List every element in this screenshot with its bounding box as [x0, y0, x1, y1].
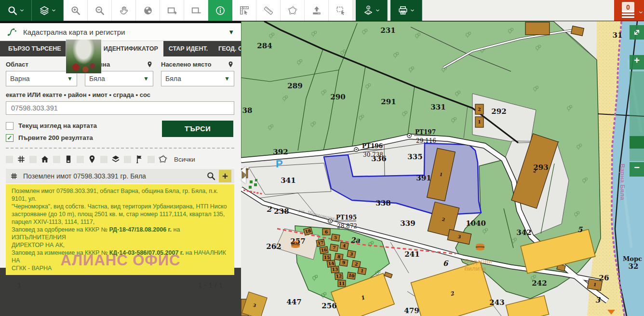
- building: 7: [330, 244, 338, 252]
- home-icon: [40, 154, 50, 164]
- tab-0[interactable]: БЪРЗО ТЪРСЕНЕ: [3, 41, 67, 56]
- parcel-label: 2: [267, 205, 272, 214]
- property-photo-thumbnail: [66, 40, 101, 73]
- svg-text:28.872: 28.872: [337, 223, 357, 230]
- parcel-label: 26: [599, 274, 609, 282]
- parcel-label: 291: [381, 97, 396, 106]
- search-tabs: БЪРЗО ТЪРСЕНЕАДРЕСИДЕНТИФИКАТОРСТАР ИДЕН…: [0, 41, 241, 56]
- full-extent-button[interactable]: [630, 25, 644, 40]
- type-checkbox-grid[interactable]: [6, 156, 13, 163]
- result-detail-text: Поземлен имот 07598.303.391, област Варн…: [6, 184, 234, 275]
- svg-text:РТ197: РТ197: [415, 129, 436, 136]
- toolbar-measure-area-button[interactable]: [232, 0, 256, 21]
- chevron-down-icon: ▼: [228, 28, 234, 36]
- naseleno-label: Населено място: [161, 61, 211, 68]
- svg-text:12: 12: [335, 274, 342, 279]
- map-area[interactable]: P 1232211865177416315892141311012111123 …: [241, 21, 644, 316]
- toolbar-measure-ruler-button[interactable]: [256, 0, 281, 21]
- parcel-label: 289: [287, 82, 302, 90]
- first200-checkbox[interactable]: [6, 134, 13, 142]
- ekatte-input[interactable]: [6, 101, 234, 115]
- parcel-label: 2а: [350, 236, 360, 245]
- add-to-selection-button[interactable]: [219, 170, 231, 182]
- sidebar-collapse-arrow[interactable]: [241, 166, 246, 174]
- type-checkbox-layers-solid[interactable]: [100, 156, 107, 163]
- chev-icon: [375, 8, 380, 13]
- parcel-label: 341: [281, 176, 295, 185]
- layers-solid-icon: [111, 154, 121, 164]
- tab-2[interactable]: ИДЕНТИФИКАТОР: [98, 41, 163, 56]
- parcel-label: 241: [404, 250, 419, 259]
- parcel-label: 336: [371, 154, 386, 163]
- tab-3[interactable]: СТАР ИДЕНТ.: [163, 41, 213, 56]
- toolbar-search-button[interactable]: [0, 0, 32, 21]
- type-checkbox-flag[interactable]: [124, 156, 131, 163]
- chev-icon: [19, 8, 25, 13]
- current-view-checkbox[interactable]: [6, 122, 13, 130]
- upload-icon: [311, 5, 322, 16]
- parcel-label: 243: [489, 298, 504, 307]
- toolbar-upload-button[interactable]: [305, 0, 329, 21]
- toolbar-layers-button[interactable]: [32, 0, 64, 21]
- measure-ruler-icon: [263, 5, 274, 16]
- toolbar-draw-polygon-button[interactable]: [281, 0, 305, 21]
- tab-4[interactable]: ГЕОД. ОСНОВА: [213, 41, 241, 56]
- toolbar-menu-button[interactable]: 0: [614, 0, 644, 21]
- building: 13: [331, 266, 339, 273]
- svg-text:2: 2: [478, 107, 481, 112]
- naseleno-select[interactable]: Бяла▼: [161, 71, 234, 86]
- grid-icon: [16, 154, 26, 164]
- svg-text:14: 14: [328, 261, 335, 267]
- draw-polygon-icon: [287, 5, 298, 16]
- search-button[interactable]: ТЪРСИ: [162, 121, 233, 137]
- sidebar-collapse-arrow[interactable]: [241, 176, 246, 184]
- parcel-label: 338: [376, 199, 390, 207]
- toolbar-globe-button[interactable]: [136, 0, 160, 21]
- type-checkbox-building[interactable]: [53, 156, 60, 163]
- search-icon: [7, 5, 18, 16]
- search-icon[interactable]: [206, 171, 216, 181]
- toolbar-layers-info-button[interactable]: [356, 0, 388, 21]
- result-range: 1 - 1 / 1: [198, 281, 223, 292]
- current-view-label: Текущ изглед на картата: [18, 122, 97, 129]
- service-selector[interactable]: Кадастрална карта и регистри ▼: [0, 23, 241, 41]
- layers-info-icon: [363, 5, 374, 16]
- building: 3: [347, 250, 356, 258]
- hamburger-icon: [622, 9, 634, 18]
- map-canvas[interactable]: P 1232211865177416315892141311012111123 …: [241, 21, 644, 316]
- toolbar-extent-add-button[interactable]: [160, 0, 184, 21]
- parcel-label: 262: [266, 242, 281, 251]
- pan-hand-icon: [119, 5, 129, 16]
- zoom-out-button[interactable]: −: [630, 162, 644, 177]
- parcel-label: 335: [407, 152, 422, 161]
- measure-area-icon: [239, 5, 250, 16]
- building: 1: [358, 267, 366, 275]
- toolbar-zoom-out-button[interactable]: [88, 0, 112, 21]
- svg-text:1: 1: [478, 120, 481, 124]
- type-checkbox-polygon[interactable]: [148, 156, 155, 163]
- toolbar-identify-info-button[interactable]: [208, 0, 232, 21]
- result-list-item[interactable]: Поземлен имот 07598.303.391 гр. Бяла: [6, 169, 234, 183]
- toolbar-select-box-button[interactable]: [329, 0, 353, 21]
- toolbar-print-button[interactable]: [390, 0, 422, 21]
- building: 2: [352, 261, 361, 268]
- building: 6: [322, 229, 330, 235]
- toolbar-extent-remove-button[interactable]: [184, 0, 208, 21]
- pin-icon: [87, 154, 97, 164]
- zoom-slider-handle[interactable]: [630, 136, 644, 149]
- sidebar: Кадастрална карта и регистри ▼ БЪРЗО ТЪР…: [0, 21, 241, 316]
- toolbar-pan-hand-button[interactable]: [112, 0, 136, 21]
- type-checkbox-pin[interactable]: [77, 156, 84, 163]
- flag-icon: [134, 154, 144, 164]
- extent-add-icon: [167, 5, 177, 16]
- parcel-label: 392: [273, 148, 288, 156]
- parcel-label: Морс: [623, 255, 642, 262]
- zoom-in-icon: [70, 5, 81, 16]
- parcel-label: 257: [290, 237, 305, 246]
- parcel-label: 479: [404, 306, 419, 315]
- type-checkbox-home[interactable]: [29, 156, 37, 163]
- zoom-in-button[interactable]: +: [630, 55, 644, 69]
- building: 4: [340, 242, 349, 250]
- toolbar-zoom-in-button[interactable]: [64, 0, 88, 21]
- svg-text:10: 10: [348, 273, 355, 279]
